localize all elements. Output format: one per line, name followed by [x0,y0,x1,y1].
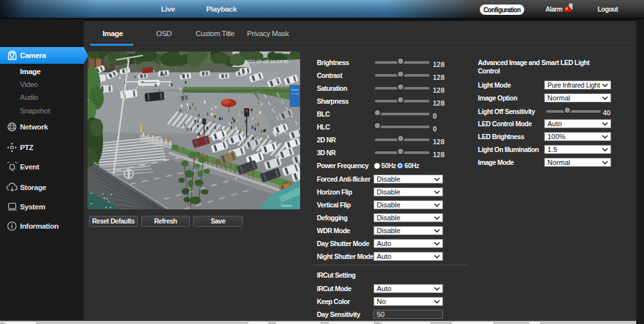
svg-text:Canon: Canon [281,204,292,207]
svg-text:2022-07-05 10:24:51: 2022-07-05 10:24:51 [244,59,289,64]
